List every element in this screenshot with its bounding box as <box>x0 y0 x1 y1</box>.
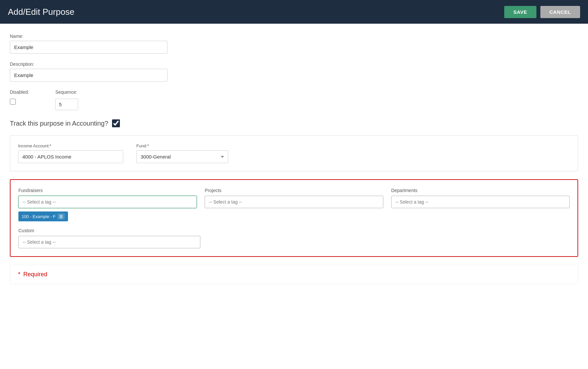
tags-section: Fundraisers 100 - Example - F 🗑 Projects… <box>10 179 578 257</box>
custom-input[interactable] <box>18 236 200 248</box>
main-content: Name: Description: Disabled: Sequence: T… <box>0 24 588 369</box>
income-account-label: Income Account:* <box>18 143 123 148</box>
description-group: Description: <box>10 62 578 82</box>
projects-input[interactable] <box>205 196 383 208</box>
description-input[interactable] <box>10 69 168 82</box>
fund-label: Fund:* <box>136 143 228 148</box>
sequence-group: Sequence: <box>55 89 78 110</box>
required-section: * Required <box>10 265 578 284</box>
fundraisers-input[interactable] <box>18 196 197 208</box>
fundraisers-badge-text: 100 - Example - F <box>22 214 56 219</box>
tags-top-row: Fundraisers 100 - Example - F 🗑 Projects… <box>18 188 570 221</box>
page-header: Add/Edit Purpose SAVE CANCEL <box>0 0 588 24</box>
track-accounting-row: Track this purpose in Accounting? <box>10 119 578 127</box>
track-label: Track this purpose in Accounting? <box>10 120 108 127</box>
name-input[interactable] <box>10 41 168 54</box>
accounting-section: Income Account:* Fund:* 3000-General 100… <box>10 135 578 171</box>
description-label: Description: <box>10 62 578 67</box>
sequence-label: Sequence: <box>55 89 78 95</box>
custom-row: Custom <box>18 228 570 248</box>
disabled-sequence-row: Disabled: Sequence: <box>10 89 578 110</box>
fundraisers-group: Fundraisers 100 - Example - F 🗑 <box>18 188 197 221</box>
custom-group: Custom <box>18 228 200 248</box>
projects-label: Projects <box>205 188 383 193</box>
departments-input[interactable] <box>391 196 570 208</box>
accounting-row: Income Account:* Fund:* 3000-General 100… <box>18 143 570 163</box>
fund-select[interactable]: 3000-General 1000-Unrestricted 2000-Rest… <box>136 150 228 163</box>
disabled-checkbox[interactable] <box>10 99 16 105</box>
required-star: * <box>18 271 20 278</box>
fundraisers-badge: 100 - Example - F 🗑 <box>18 211 68 221</box>
fundraisers-badge-delete[interactable]: 🗑 <box>57 213 65 219</box>
required-label: Required <box>23 271 47 278</box>
departments-group: Departments <box>391 188 570 221</box>
name-label: Name: <box>10 34 578 39</box>
disabled-group: Disabled: <box>10 89 29 105</box>
sequence-input[interactable] <box>55 99 78 110</box>
disabled-label: Disabled: <box>10 89 29 95</box>
income-account-group: Income Account:* <box>18 143 123 163</box>
cancel-button[interactable]: CANCEL <box>540 6 580 18</box>
page-title: Add/Edit Purpose <box>8 7 74 17</box>
departments-label: Departments <box>391 188 570 193</box>
save-button[interactable]: SAVE <box>504 6 536 18</box>
fund-group: Fund:* 3000-General 1000-Unrestricted 20… <box>136 143 228 163</box>
custom-label: Custom <box>18 228 200 233</box>
required-text: * Required <box>18 271 47 278</box>
income-account-input[interactable] <box>18 150 123 163</box>
track-accounting-checkbox[interactable] <box>112 119 120 127</box>
disabled-checkbox-wrapper <box>10 99 29 105</box>
projects-group: Projects <box>205 188 383 221</box>
name-group: Name: <box>10 34 578 54</box>
fundraisers-label: Fundraisers <box>18 188 197 193</box>
header-actions: SAVE CANCEL <box>504 6 580 18</box>
